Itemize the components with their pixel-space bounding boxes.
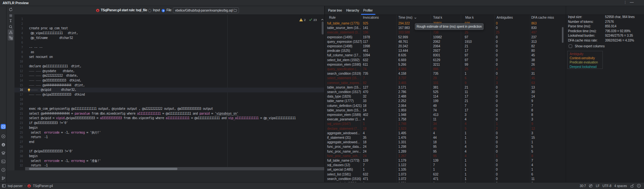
sql-editor[interactable]: 123create proc up_com_test4 @p_vipa11111…: [14, 15, 324, 170]
code-line[interactable]: 14——— ——— @a333333333333 dtkind,: [14, 78, 324, 83]
table-row[interactable]: execute_parameter (1...41.75811403: [325, 117, 566, 122]
table-row[interactable]: expression_elem (1589)4021.948413308: [325, 113, 566, 117]
tool-window-options-icon[interactable]: ⋮: [623, 0, 627, 5]
code-line[interactable]: 22select @vipid = vipid,@vipa33333333333…: [14, 116, 324, 121]
table-row[interactable]: aggregate_windowed...181.33118101: [325, 140, 566, 145]
table-row[interactable]: select_list (1581)6321.073632106: [325, 172, 566, 177]
problems-stripe-icon[interactable]: [1, 167, 6, 172]
column-header-invocations[interactable]: Invocations: [363, 16, 379, 19]
search-button[interactable]: [8, 24, 14, 30]
code-line[interactable]: 20exec nb_com_getsysconfig @a11111111111…: [14, 107, 324, 111]
table-row[interactable]: sql_clauses (12)71.1227104: [325, 163, 566, 167]
code-line[interactable]: 16 ———— @vipid dtchar32,: [14, 88, 324, 92]
code-line[interactable]: 29if @vipa333333333333 !='0': [14, 149, 324, 154]
input-radio[interactable]: [148, 9, 151, 12]
table-row[interactable]: search_condition (1517)4702.78652511030: [325, 90, 566, 94]
code-line[interactable]: 10: [14, 59, 324, 64]
code-line[interactable]: 26 return -1: [14, 135, 324, 140]
table-row[interactable]: search_condition (1519)7354.1587351031: [325, 71, 566, 76]
code-line[interactable]: 24begin: [14, 126, 324, 130]
code-line[interactable]: 6: [14, 40, 324, 45]
table-row[interactable]: aggregate_windowed...41.4954103: [325, 131, 566, 136]
inspections-widget[interactable]: 2 23: [299, 17, 324, 22]
code-line[interactable]: 9set nocount on: [14, 55, 324, 60]
input-radio-label[interactable]: Input: [153, 8, 160, 12]
folder-icon[interactable]: [233, 9, 237, 12]
tool-window-hide-icon[interactable]: —: [630, 0, 635, 5]
code-line[interactable]: 18: [14, 97, 324, 102]
table-row[interactable]: query_specification (...744.98388625440: [325, 67, 566, 71]
code-line[interactable]: 4 @p_vipa111111111111 dtint,: [14, 31, 324, 36]
notifications-icon[interactable]: [637, 184, 641, 188]
table-row[interactable]: full_table_name (1773)1391.179139107: [325, 158, 566, 163]
tab-profiler[interactable]: Profiler: [363, 6, 373, 14]
table-row[interactable]: query_expression (1527)11748.76120621910…: [325, 40, 566, 44]
code-line[interactable]: 19: [14, 102, 324, 107]
table-row[interactable]: select_statement (15...73.737296245: [325, 76, 566, 80]
terminal-stripe-icon[interactable]: [1, 159, 6, 164]
table-row[interactable]: execute_statement (3...196103.5887382525…: [325, 30, 566, 35]
code-line[interactable]: 15——— ——— @a444444444444444 dtint,: [14, 83, 324, 88]
intention-bulb-icon[interactable]: [27, 88, 31, 92]
code-lines[interactable]: 123create proc up_com_test4 @p_vipa11111…: [14, 17, 324, 168]
code-line[interactable]: 8 as: [14, 50, 324, 55]
code-line[interactable]: 28: [14, 145, 324, 149]
code-line[interactable]: 25 select errorcode = -1, errormsg = '执行…: [14, 130, 324, 135]
table-row[interactable]: sql_union (1547)11.74834419: [325, 122, 566, 126]
column-header-ambiguities[interactable]: Ambiguities: [497, 16, 513, 19]
table-row[interactable]: data_type (1829)322.48811417014: [325, 94, 566, 99]
code-line[interactable]: 1: [14, 17, 324, 22]
table-row[interactable]: select_list_elem (1592)6326.669612997038: [325, 58, 566, 62]
file-path-field[interactable]: ebelice/Github/tsql-parser/examples/big.…: [173, 7, 239, 13]
column-header-time-ms-[interactable]: Time (ms): [398, 16, 412, 19]
structure-toggle-button[interactable]: [8, 35, 14, 41]
table-row[interactable]: search_condition (1516)4711.0724711011: [325, 177, 566, 181]
expert-columns-label[interactable]: Show expert columns: [575, 44, 605, 48]
file-path-value[interactable]: ebelice/Github/tsql-parser/examples/big.…: [175, 9, 233, 12]
prev-problem-chevron-icon[interactable]: [321, 18, 324, 21]
code-line[interactable]: 3create proc up_com_test: [14, 26, 324, 31]
caret-position[interactable]: 30:7: [580, 184, 586, 188]
table-row[interactable]: if_statement (31)351.476441015: [325, 136, 566, 140]
editor-vertical-scrollbar[interactable]: [322, 22, 324, 34]
terminal-toolwindow-icon[interactable]: [2, 184, 6, 188]
table-row[interactable]: column_definition (1421)182.06449707: [325, 104, 566, 108]
git-stripe-icon[interactable]: [1, 175, 6, 181]
code-line[interactable]: 21select @a444444444444444 = paravalue f…: [14, 111, 324, 116]
table-row[interactable]: predicate (1525)46113.444292717080: [325, 49, 566, 53]
highlighting-off-icon[interactable]: [589, 184, 593, 188]
table-row[interactable]: set_special (1485)11.1051101: [325, 167, 566, 172]
table-row[interactable]: common_table_expres...823.4651019363: [325, 81, 566, 85]
table-row[interactable]: func_proc_name_sch...241.26795418: [325, 154, 566, 158]
antlr-console-stripe-icon[interactable]: [1, 142, 6, 147]
table-row[interactable]: full_column_name (17...10948.63583019704…: [325, 53, 566, 58]
table-row[interactable]: table_name (1777)332.2521992109: [325, 99, 566, 103]
jump-to-source-button[interactable]: [8, 18, 14, 24]
code-line[interactable]: 27end: [14, 140, 324, 145]
column-header-rule[interactable]: Rule: [329, 16, 336, 19]
code-line[interactable]: 7-- -- --: [14, 45, 324, 50]
code-line[interactable]: 13——— ——— @a2222222222 dtdate,: [14, 73, 324, 78]
unlock-icon[interactable]: [630, 184, 634, 188]
code-line[interactable]: 23if @a333333333333 !='0': [14, 121, 324, 126]
code-line[interactable]: 30begin: [14, 154, 324, 159]
column-header-dfa-cache-miss[interactable]: DFA cache miss: [531, 16, 554, 19]
tab-parse-tree[interactable]: Parse tree: [328, 6, 342, 14]
antlr-preview-stripe-icon[interactable]: [1, 124, 6, 129]
table-row[interactable]: table_source_item (15...141.959741708: [325, 108, 566, 113]
table-row[interactable]: declare_statement (7...181.523465212: [325, 127, 566, 131]
table-vertical-scrollbar[interactable]: [562, 27, 564, 43]
column-header-total-k[interactable]: Total k: [433, 16, 442, 19]
table-row[interactable]: func_proc_name_data...241.29895405: [325, 145, 566, 149]
services-stripe-icon[interactable]: [1, 150, 6, 156]
refresh-preview-button[interactable]: [8, 6, 14, 12]
code-line[interactable]: 11declare @a1111111111111 dtint,: [14, 64, 324, 69]
parse-tree-toggle-button[interactable]: [8, 29, 14, 35]
table-row[interactable]: func_proc_name_serv...241.28995405: [325, 149, 566, 154]
table-row[interactable]: expression (1495)197852.99910982970237: [325, 35, 566, 40]
code-line[interactable]: 2: [14, 22, 324, 26]
expert-columns-row[interactable]: Show expert columns: [569, 44, 605, 48]
code-line[interactable]: 31 select errorcode = -1, errormsg = '准备…: [14, 159, 324, 164]
table-row[interactable]: table_source_item (15...1273.17138121013: [325, 85, 566, 90]
tab-hierarchy[interactable]: Hierarchy: [346, 6, 359, 14]
